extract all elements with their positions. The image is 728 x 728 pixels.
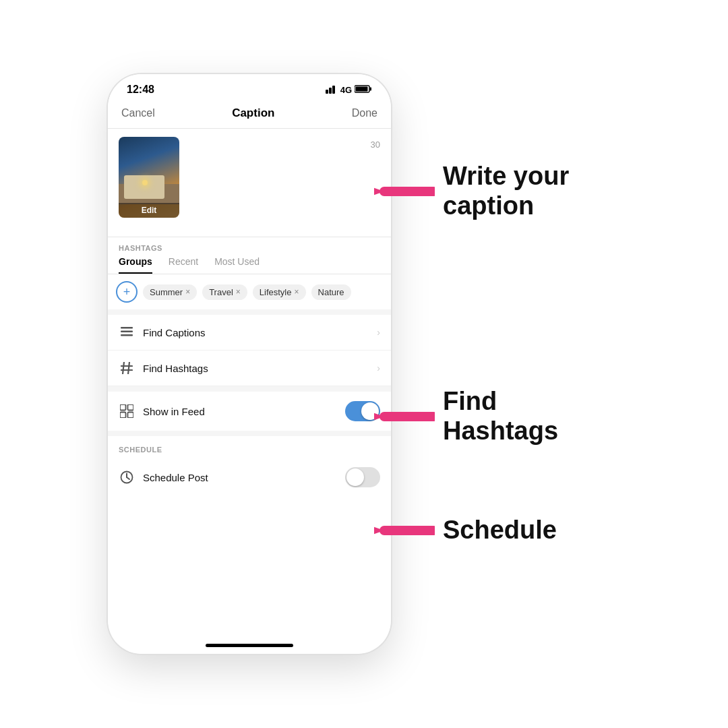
find-captions-label: Find Captions <box>143 327 377 338</box>
find-captions-chevron: › <box>377 327 380 338</box>
arrow-find-hashtags <box>374 400 435 433</box>
hashtags-section: HASHTAGS Groups Recent Most Used + Summe… <box>108 237 391 309</box>
show-in-feed-item: Show in Feed <box>108 392 391 431</box>
annotation-write-caption: Write yourcaption <box>374 162 569 220</box>
tab-groups[interactable]: Groups <box>119 256 152 274</box>
svg-rect-5 <box>356 86 368 91</box>
svg-line-19 <box>127 477 129 479</box>
arrow-schedule <box>374 514 435 547</box>
toggle-section: Show in Feed <box>108 386 391 431</box>
chip-lifestyle-label: Lifestyle <box>260 287 292 297</box>
svg-rect-1 <box>329 88 332 94</box>
hashtag-tabs: Groups Recent Most Used <box>108 256 391 274</box>
cancel-button[interactable]: Cancel <box>121 107 155 119</box>
find-hashtags-label: Find Hashtags <box>143 363 377 374</box>
write-caption-text: Write yourcaption <box>443 162 569 220</box>
annotation-schedule: Schedule <box>374 514 557 547</box>
svg-rect-2 <box>332 86 335 94</box>
schedule-post-label: Schedule Post <box>143 472 345 483</box>
svg-rect-16 <box>128 413 134 419</box>
show-in-feed-label: Show in Feed <box>143 406 345 417</box>
done-button[interactable]: Done <box>352 107 377 119</box>
svg-rect-7 <box>121 331 133 333</box>
char-count: 30 <box>187 137 380 150</box>
caption-text-input[interactable]: 30 <box>179 137 380 229</box>
schedule-text: Schedule <box>443 516 557 545</box>
menu-section: Find Captions › Find Hashtags › <box>108 309 391 386</box>
chip-nature: Nature <box>311 284 351 300</box>
svg-rect-8 <box>121 334 133 336</box>
hashtags-section-label: HASHTAGS <box>108 237 391 256</box>
chip-summer: Summer × <box>143 284 197 300</box>
arrow-write-caption <box>374 175 435 208</box>
find-hashtags-chevron: › <box>377 363 380 373</box>
svg-rect-0 <box>326 90 328 94</box>
chip-lifestyle: Lifestyle × <box>253 284 306 300</box>
svg-line-10 <box>128 362 129 374</box>
page-container: 12:48 4G <box>0 0 728 728</box>
plus-icon: + <box>123 286 131 298</box>
schedule-section: SCHEDULE Schedule Post <box>108 431 391 497</box>
caption-thumbnail: Edit <box>119 137 179 218</box>
status-icons: 4G <box>326 84 372 96</box>
svg-rect-6 <box>121 327 133 329</box>
caption-area[interactable]: Edit 30 <box>108 129 391 237</box>
hashtag-chips: + Summer × Travel × Lifestyle × <box>108 274 391 309</box>
chip-travel: Travel × <box>202 284 247 300</box>
toggle-knob-schedule <box>346 468 364 486</box>
status-time: 12:48 <box>127 84 154 96</box>
chip-lifestyle-remove[interactable]: × <box>295 287 299 297</box>
annotation-find-hashtags: FindHashtags <box>374 387 558 446</box>
thumb-trailer <box>124 175 164 199</box>
schedule-post-toggle[interactable] <box>345 467 380 487</box>
grid-icon <box>119 403 135 419</box>
chip-nature-label: Nature <box>318 287 344 297</box>
network-label: 4G <box>340 85 352 95</box>
thumb-light <box>142 180 148 185</box>
nav-title: Caption <box>232 107 274 120</box>
chip-summer-remove[interactable]: × <box>185 287 190 297</box>
thumbnail-edit-label[interactable]: Edit <box>119 203 179 218</box>
tab-most-used[interactable]: Most Used <box>214 256 260 274</box>
nav-bar: Cancel Caption Done <box>108 101 391 129</box>
svg-rect-14 <box>128 404 134 411</box>
tab-recent[interactable]: Recent <box>169 256 198 274</box>
svg-rect-15 <box>120 413 126 419</box>
clock-icon <box>119 469 135 485</box>
chip-summer-label: Summer <box>150 287 183 297</box>
svg-rect-13 <box>120 404 126 411</box>
chip-travel-label: Travel <box>209 287 233 297</box>
svg-line-9 <box>123 362 124 374</box>
battery-icon <box>355 84 372 96</box>
list-icon <box>119 324 135 340</box>
schedule-section-label: SCHEDULE <box>119 446 162 454</box>
find-hashtags-item[interactable]: Find Hashtags › <box>108 351 391 386</box>
hash-icon <box>119 360 135 376</box>
status-bar: 12:48 4G <box>108 74 391 101</box>
signal-icon <box>326 84 338 96</box>
phone-mockup: 12:48 4G <box>108 74 391 654</box>
add-hashtag-button[interactable]: + <box>116 281 138 303</box>
home-indicator <box>206 644 293 647</box>
phone-inner: 12:48 4G <box>108 74 391 654</box>
find-hashtags-text: FindHashtags <box>443 387 558 446</box>
find-captions-item[interactable]: Find Captions › <box>108 315 391 351</box>
svg-rect-4 <box>370 87 372 90</box>
schedule-label-row: SCHEDULE <box>108 436 391 458</box>
schedule-post-item: Schedule Post <box>108 458 391 497</box>
chip-travel-remove[interactable]: × <box>236 287 241 297</box>
